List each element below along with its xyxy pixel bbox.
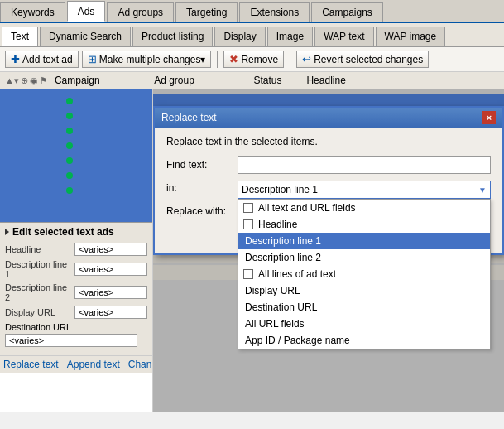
subtab-wapimage[interactable]: WAP image <box>376 27 446 46</box>
dropdown-item-label: App ID / Package name <box>245 335 350 346</box>
subtab-product[interactable]: Product listing <box>132 27 213 46</box>
desturl-input[interactable] <box>5 334 137 347</box>
status-dot-1 <box>66 98 73 104</box>
header-icons: ▲▾ ⊕ ◉ ⚑ <box>5 75 48 86</box>
in-selected-value: Description line 1 <box>242 184 318 195</box>
dropdown-item-label: Display URL <box>245 285 300 296</box>
subtab-image[interactable]: Image <box>267 27 313 46</box>
dropdown-item-label: Description line 2 <box>245 252 321 263</box>
dropdown-item-desc2[interactable]: Description line 2 <box>238 249 490 266</box>
remove-button[interactable]: ✖ Remove <box>223 51 284 68</box>
remove-icon: ✖ <box>229 53 238 65</box>
desc1-field-row: Description line 1 <box>5 259 147 279</box>
bottom-links: Replace text Append text Change text cap… <box>0 355 152 373</box>
tab-campaigns[interactable]: Campaigns <box>311 2 383 22</box>
left-panel: Edit selected text ads Headline Descript… <box>0 89 153 412</box>
checkbox-all-lines <box>243 269 253 279</box>
desc2-input[interactable] <box>74 286 147 299</box>
status-dot-3 <box>66 128 73 134</box>
menu-icon[interactable]: ◉ <box>30 75 38 86</box>
column-headers: ▲▾ ⊕ ◉ ⚑ Campaign Ad group Status Headli… <box>0 72 504 89</box>
replace-text-modal: Replace text × Replace text in the selec… <box>153 106 504 255</box>
headline-input[interactable] <box>74 243 147 256</box>
tab-extensions[interactable]: Extensions <box>239 2 310 22</box>
main-content: Edit selected text ads Headline Descript… <box>0 89 504 412</box>
replace-with-label: Replace with: <box>166 204 233 217</box>
plus-icon: ✚ <box>11 53 20 65</box>
dropdown-item-displayurl[interactable]: Display URL <box>238 282 490 299</box>
nav-tabs: Keywords Ads Ad groups Targeting Extensi… <box>0 0 504 23</box>
change-capitalization-link[interactable]: Change text capitalization <box>128 359 153 370</box>
tab-adgroups[interactable]: Ad groups <box>107 2 174 22</box>
headline-header: Headline <box>306 75 499 86</box>
in-dropdown[interactable]: Description line 1 ▼ <box>238 181 491 199</box>
tag-icon[interactable]: ⚑ <box>40 75 48 86</box>
modal-overlay: Replace text × Replace text in the selec… <box>153 89 504 412</box>
status-dot-2 <box>66 113 73 119</box>
desc1-label: Description line 1 <box>5 259 71 279</box>
displayurl-field-row: Display URL <box>5 306 147 319</box>
displayurl-label: Display URL <box>5 307 71 317</box>
subtab-display[interactable]: Display <box>214 27 265 46</box>
in-row: in: Description line 1 ▼ All text and UR… <box>166 181 491 199</box>
sort-icon[interactable]: ▲▾ <box>5 75 19 86</box>
sub-tabs: Text Dynamic Search Product listing Disp… <box>0 23 504 47</box>
tab-targeting[interactable]: Targeting <box>175 2 238 22</box>
dropdown-list: All text and URL fields Headline Descrip… <box>238 199 491 349</box>
find-text-label: Find text: <box>166 159 233 171</box>
add-text-ad-button[interactable]: ✚ Add text ad <box>5 51 79 68</box>
in-label: in: <box>166 181 233 194</box>
campaign-header: Campaign <box>55 75 151 86</box>
blue-header-area <box>0 89 152 222</box>
headline-label: Headline <box>5 244 71 254</box>
toolbar: ✚ Add text ad ⊞ Make multiple changes▾ ✖… <box>0 47 504 72</box>
right-panel: Replace text × Replace text in the selec… <box>153 89 504 412</box>
edit-panel: Edit selected text ads Headline Descript… <box>0 222 152 355</box>
tab-keywords[interactable]: Keywords <box>0 2 65 22</box>
multiple-icon: ⊞ <box>88 53 97 65</box>
append-text-link[interactable]: Append text <box>67 359 120 370</box>
subtab-waptext[interactable]: WAP text <box>314 27 373 46</box>
status-dot-6 <box>66 172 73 179</box>
dot-list <box>66 98 73 194</box>
dropdown-item-appid[interactable]: App ID / Package name <box>238 332 490 349</box>
modal-title-bar: Replace text × <box>155 108 502 128</box>
displayurl-input[interactable] <box>74 306 147 319</box>
subtab-text[interactable]: Text <box>2 27 38 46</box>
modal-close-button[interactable]: × <box>482 111 496 124</box>
status-dot-7 <box>66 187 73 194</box>
revert-button[interactable]: ↩ Revert selected changes <box>296 51 429 68</box>
dropdown-item-all-lines[interactable]: All lines of ad text <box>238 266 490 282</box>
dropdown-item-label: Destination URL <box>245 301 317 313</box>
desc2-label: Description line 2 <box>5 282 71 302</box>
dropdown-item-headline[interactable]: Headline <box>238 216 490 233</box>
status-dot-5 <box>66 157 73 164</box>
find-text-input[interactable] <box>238 156 491 174</box>
subtab-dynamic[interactable]: Dynamic Search <box>40 27 131 46</box>
modal-title: Replace text <box>161 112 217 123</box>
dropdown-item-label: Headline <box>258 219 297 230</box>
make-multiple-changes-button[interactable]: ⊞ Make multiple changes▾ <box>82 51 212 68</box>
dropdown-item-label: All lines of ad text <box>258 268 336 280</box>
status-dot-4 <box>66 142 73 149</box>
checkbox-headline <box>243 219 253 229</box>
chevron-down-icon: ▼ <box>478 186 487 195</box>
dropdown-item-label: Description line 1 <box>245 235 321 247</box>
dropdown-item-label: All URL fields <box>245 318 305 330</box>
dropdown-item-all-text[interactable]: All text and URL fields <box>238 200 490 216</box>
collapse-icon[interactable] <box>5 229 9 235</box>
dropdown-item-desc1[interactable]: Description line 1 <box>238 233 490 249</box>
tab-ads[interactable]: Ads <box>67 1 106 22</box>
filter-icon[interactable]: ⊕ <box>21 75 28 86</box>
dropdown-item-all-url[interactable]: All URL fields <box>238 316 490 332</box>
desc1-input[interactable] <box>74 263 147 276</box>
separator2 <box>290 51 290 68</box>
separator <box>217 51 218 68</box>
checkbox-all-text <box>243 203 253 213</box>
edit-panel-title: Edit selected text ads <box>5 226 147 238</box>
dropdown-item-label: All text and URL fields <box>258 202 356 214</box>
adgroup-header: Ad group <box>154 75 250 86</box>
desturl-label: Destination URL <box>5 322 147 332</box>
dropdown-item-desturl[interactable]: Destination URL <box>238 299 490 316</box>
replace-text-link[interactable]: Replace text <box>3 359 59 370</box>
